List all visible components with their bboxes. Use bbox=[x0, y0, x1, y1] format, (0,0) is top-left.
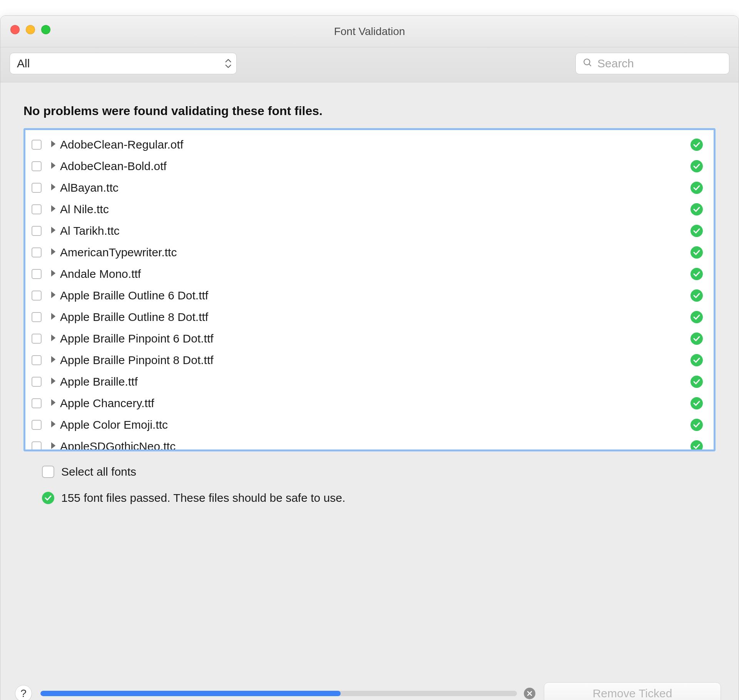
font-name: AdobeClean-Regular.otf bbox=[60, 138, 691, 151]
font-row-checkbox[interactable] bbox=[32, 204, 42, 214]
check-icon bbox=[691, 246, 703, 259]
font-status-icon bbox=[691, 289, 703, 302]
font-name: Andale Mono.ttf bbox=[60, 267, 691, 281]
disclosure-triangle-icon[interactable] bbox=[50, 291, 56, 300]
disclosure-triangle-icon[interactable] bbox=[50, 356, 56, 365]
progress-bar bbox=[40, 691, 517, 696]
font-row[interactable]: AdobeClean-Regular.otf bbox=[25, 134, 714, 155]
remove-ticked-label: Remove Ticked bbox=[593, 687, 672, 700]
disclosure-triangle-icon[interactable] bbox=[50, 334, 56, 343]
disclosure-triangle-icon[interactable] bbox=[50, 399, 56, 408]
font-row[interactable]: Al Nile.ttc bbox=[25, 199, 714, 220]
font-row[interactable]: AdobeClean-Bold.otf bbox=[25, 155, 714, 177]
toolbar: All bbox=[0, 47, 739, 82]
below-list-area: Select all fonts 155 font files passed. … bbox=[23, 451, 716, 505]
font-name: AlBayan.ttc bbox=[60, 181, 691, 194]
check-icon bbox=[691, 289, 703, 302]
font-row-checkbox[interactable] bbox=[32, 140, 42, 150]
font-row[interactable]: Apple Color Emoji.ttc bbox=[25, 414, 714, 436]
check-icon bbox=[691, 268, 703, 280]
summary-text: 155 font files passed. These files shoul… bbox=[61, 491, 345, 505]
progress-bar-fill bbox=[40, 691, 341, 696]
filter-select-value: All bbox=[17, 57, 30, 70]
font-status-icon bbox=[691, 376, 703, 388]
summary-row: 155 font files passed. These files shoul… bbox=[42, 491, 706, 505]
help-button[interactable]: ? bbox=[15, 685, 32, 700]
font-status-icon bbox=[691, 225, 703, 237]
font-row-checkbox[interactable] bbox=[32, 183, 42, 193]
font-row-checkbox[interactable] bbox=[32, 398, 42, 408]
font-row[interactable]: Apple Braille.ttf bbox=[25, 371, 714, 393]
font-status-icon bbox=[691, 268, 703, 280]
svg-point-0 bbox=[584, 59, 590, 65]
disclosure-triangle-icon[interactable] bbox=[50, 140, 56, 149]
disclosure-triangle-icon[interactable] bbox=[50, 248, 56, 257]
font-row[interactable]: Apple Braille Pinpoint 8 Dot.ttf bbox=[25, 349, 714, 371]
font-status-icon bbox=[691, 440, 703, 451]
disclosure-triangle-icon[interactable] bbox=[50, 226, 56, 236]
font-name: AdobeClean-Bold.otf bbox=[60, 160, 691, 173]
font-row-checkbox[interactable] bbox=[32, 355, 42, 365]
font-name: Apple Braille Outline 6 Dot.ttf bbox=[60, 289, 691, 302]
check-icon bbox=[691, 160, 703, 172]
font-row-checkbox[interactable] bbox=[32, 161, 42, 171]
disclosure-triangle-icon[interactable] bbox=[50, 442, 56, 451]
validation-heading: No problems were found validating these … bbox=[23, 104, 716, 118]
font-name: AmericanTypewriter.ttc bbox=[60, 246, 691, 259]
search-input[interactable] bbox=[597, 57, 722, 70]
disclosure-triangle-icon[interactable] bbox=[50, 420, 56, 429]
check-icon bbox=[691, 311, 703, 323]
font-status-icon bbox=[691, 354, 703, 366]
disclosure-triangle-icon[interactable] bbox=[50, 269, 56, 279]
font-row[interactable]: Apple Braille Outline 8 Dot.ttf bbox=[25, 306, 714, 328]
font-row[interactable]: Apple Braille Pinpoint 6 Dot.ttf bbox=[25, 328, 714, 349]
filter-select[interactable]: All bbox=[10, 53, 237, 74]
font-row[interactable]: Apple Braille Outline 6 Dot.ttf bbox=[25, 285, 714, 306]
select-all-checkbox[interactable] bbox=[42, 466, 54, 478]
font-row-checkbox[interactable] bbox=[32, 441, 42, 451]
search-field[interactable] bbox=[575, 53, 729, 74]
font-name: Al Nile.ttc bbox=[60, 203, 691, 216]
content: No problems were found validating these … bbox=[0, 82, 739, 672]
font-status-icon bbox=[691, 311, 703, 323]
font-row[interactable]: Apple Chancery.ttf bbox=[25, 393, 714, 414]
disclosure-triangle-icon[interactable] bbox=[50, 312, 56, 322]
font-status-icon bbox=[691, 419, 703, 431]
font-name: Apple Braille Pinpoint 8 Dot.ttf bbox=[60, 354, 691, 367]
font-status-icon bbox=[691, 160, 703, 172]
stepper-icon bbox=[225, 59, 232, 68]
disclosure-triangle-icon[interactable] bbox=[50, 183, 56, 192]
font-status-icon bbox=[691, 139, 703, 151]
font-status-icon bbox=[691, 332, 703, 345]
font-name: Apple Braille Pinpoint 6 Dot.ttf bbox=[60, 332, 691, 345]
font-row-checkbox[interactable] bbox=[32, 247, 42, 257]
disclosure-triangle-icon[interactable] bbox=[50, 205, 56, 214]
font-row-checkbox[interactable] bbox=[32, 312, 42, 322]
font-row[interactable]: Andale Mono.ttf bbox=[25, 263, 714, 285]
font-row[interactable]: AmericanTypewriter.ttc bbox=[25, 242, 714, 263]
font-name: Apple Braille Outline 8 Dot.ttf bbox=[60, 311, 691, 324]
progress-area bbox=[40, 688, 535, 699]
check-icon bbox=[691, 354, 703, 366]
font-row-checkbox[interactable] bbox=[32, 291, 42, 301]
select-all-label: Select all fonts bbox=[61, 465, 136, 478]
font-list[interactable]: AdobeClean-Regular.otfAdobeClean-Bold.ot… bbox=[23, 128, 716, 451]
check-icon bbox=[691, 440, 703, 451]
check-icon bbox=[691, 419, 703, 431]
font-row[interactable]: AlBayan.ttc bbox=[25, 177, 714, 199]
check-icon bbox=[691, 376, 703, 388]
font-row-checkbox[interactable] bbox=[32, 269, 42, 279]
font-row[interactable]: Al Tarikh.ttc bbox=[25, 220, 714, 242]
font-row-checkbox[interactable] bbox=[32, 334, 42, 344]
cancel-progress-button[interactable] bbox=[524, 688, 535, 699]
remove-ticked-button[interactable]: Remove Ticked bbox=[544, 682, 721, 700]
font-row[interactable]: AppleSDGothicNeo.ttc bbox=[25, 436, 714, 451]
select-all-row: Select all fonts bbox=[42, 465, 706, 478]
font-row-checkbox[interactable] bbox=[32, 377, 42, 387]
font-row-checkbox[interactable] bbox=[32, 226, 42, 236]
font-status-icon bbox=[691, 246, 703, 259]
disclosure-triangle-icon[interactable] bbox=[50, 162, 56, 171]
disclosure-triangle-icon[interactable] bbox=[50, 377, 56, 386]
font-row-checkbox[interactable] bbox=[32, 420, 42, 430]
check-icon bbox=[691, 397, 703, 409]
